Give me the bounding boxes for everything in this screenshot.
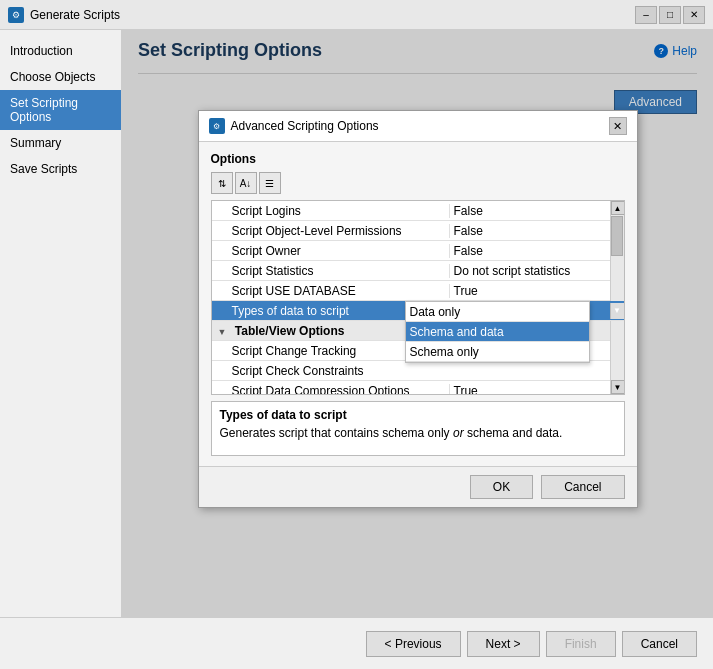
table-row: Script Data Compression Options True: [212, 381, 624, 395]
close-button[interactable]: ✕: [683, 6, 705, 24]
scroll-down-arrow[interactable]: ▼: [611, 380, 625, 394]
next-button[interactable]: Next >: [467, 631, 540, 657]
advanced-scripting-options-dialog: ⚙ Advanced Scripting Options ✕ Options ⇅…: [198, 110, 638, 508]
combo-arrow-icon[interactable]: ▼: [610, 303, 624, 319]
sidebar-item-set-scripting-options[interactable]: Set Scripting Options: [0, 90, 121, 130]
description-title: Types of data to script: [220, 408, 616, 422]
toolbar-az-icon[interactable]: A↓: [235, 172, 257, 194]
sidebar: Introduction Choose Objects Set Scriptin…: [0, 30, 122, 617]
row-name: Script USE DATABASE: [212, 284, 449, 298]
table-row: Script Logins False: [212, 201, 624, 221]
expand-icon: ▼: [218, 327, 230, 337]
dialog-body: Options ⇅ A↓ ☰ Script Logins: [199, 142, 637, 466]
dialog-titlebar: ⚙ Advanced Scripting Options ✕: [199, 111, 637, 142]
finish-button[interactable]: Finish: [546, 631, 616, 657]
sidebar-item-introduction[interactable]: Introduction: [0, 38, 121, 64]
row-name: Script Owner: [212, 244, 449, 258]
row-name: Script Logins: [212, 204, 449, 218]
options-toolbar: ⇅ A↓ ☰: [211, 172, 625, 194]
scroll-up-arrow[interactable]: ▲: [611, 201, 625, 215]
dialog-close-button[interactable]: ✕: [609, 117, 627, 135]
sidebar-item-save-scripts[interactable]: Save Scripts: [0, 156, 121, 182]
window-title: Generate Scripts: [30, 8, 635, 22]
row-name: Script Data Compression Options: [212, 384, 449, 396]
dialog-overlay: ⚙ Advanced Scripting Options ✕ Options ⇅…: [122, 30, 713, 617]
scroll-thumb[interactable]: [611, 216, 623, 256]
table-row: Script Owner False: [212, 241, 624, 261]
row-value: True: [449, 384, 624, 396]
row-value: False: [449, 244, 624, 258]
table-row: Script USE DATABASE True: [212, 281, 624, 301]
main-panel: Set Scripting Options ? Help Advanced ⚙ …: [122, 30, 713, 617]
table-row: Script Object-Level Permissions False: [212, 221, 624, 241]
cancel-dialog-button[interactable]: Cancel: [541, 475, 624, 499]
title-bar-buttons: – □ ✕: [635, 6, 705, 24]
description-box: Types of data to script Generates script…: [211, 401, 625, 456]
toolbar-list-icon[interactable]: ☰: [259, 172, 281, 194]
row-value: False: [449, 204, 624, 218]
row-name: Script Statistics: [212, 264, 449, 278]
dropdown-option-schema-only[interactable]: Schema only: [406, 342, 589, 362]
description-text: Generates script that contains schema on…: [220, 426, 616, 440]
options-scroll-area: Script Logins False Script Object-Level …: [211, 200, 625, 395]
row-value: Do not script statistics: [449, 264, 624, 278]
dropdown-option-schema-and-data[interactable]: Schema and data: [406, 322, 589, 342]
minimize-button[interactable]: –: [635, 6, 657, 24]
sidebar-item-summary[interactable]: Summary: [0, 130, 121, 156]
maximize-button[interactable]: □: [659, 6, 681, 24]
main-window: ⚙ Generate Scripts – □ ✕ Introduction Ch…: [0, 0, 713, 669]
options-label: Options: [211, 152, 625, 166]
previous-button[interactable]: < Previous: [366, 631, 461, 657]
dialog-bottom-bar: OK Cancel: [199, 466, 637, 507]
table-row: Script Check Constraints: [212, 361, 624, 381]
scroll-track: ▲ ▼: [610, 201, 624, 394]
table-row: Script Statistics Do not script statisti…: [212, 261, 624, 281]
dialog-icon: ⚙: [209, 118, 225, 134]
toolbar-sort-icon[interactable]: ⇅: [211, 172, 233, 194]
dropdown-list: Data only Schema and data Schema only: [405, 301, 590, 363]
dialog-title-area: ⚙ Advanced Scripting Options: [209, 118, 379, 134]
sidebar-item-choose-objects[interactable]: Choose Objects: [0, 64, 121, 90]
title-bar: ⚙ Generate Scripts – □ ✕: [0, 0, 713, 30]
ok-button[interactable]: OK: [470, 475, 533, 499]
content-area: Introduction Choose Objects Set Scriptin…: [0, 30, 713, 617]
bottom-bar: < Previous Next > Finish Cancel: [0, 617, 713, 669]
row-name: Script Object-Level Permissions: [212, 224, 449, 238]
cancel-button[interactable]: Cancel: [622, 631, 697, 657]
dialog-title: Advanced Scripting Options: [231, 119, 379, 133]
app-icon: ⚙: [8, 7, 24, 23]
row-name: Script Check Constraints: [212, 364, 449, 378]
dropdown-option-data-only[interactable]: Data only: [406, 302, 589, 322]
row-value: True: [449, 284, 624, 298]
row-value: False: [449, 224, 624, 238]
